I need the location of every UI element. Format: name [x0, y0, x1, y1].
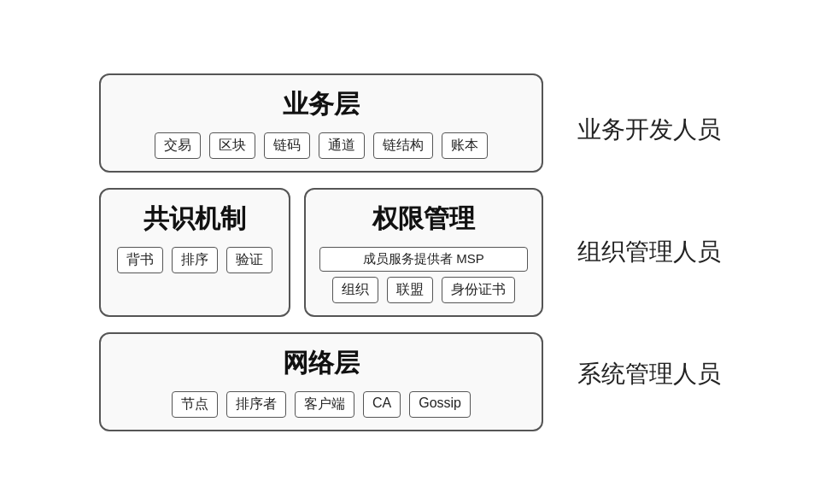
- tag: 验证: [226, 247, 272, 273]
- tag: 账本: [442, 132, 488, 159]
- network-layer-title: 网络层: [118, 346, 524, 381]
- tag: 客户端: [295, 391, 354, 418]
- network-layer-panel: 网络层 节点排序者客户端CAGossip: [99, 332, 543, 431]
- middle-row: 共识机制 背书排序验证 权限管理 成员服务提供者 MSP 组织联盟身份证书: [99, 188, 543, 317]
- tag: 链码: [264, 132, 310, 159]
- tag: 交易: [155, 132, 201, 159]
- tag: 组织: [332, 277, 378, 303]
- network-layer-items: 节点排序者客户端CAGossip: [118, 391, 524, 418]
- tag: Gossip: [409, 391, 471, 418]
- right-column: 业务开发人员 组织管理人员 系统管理人员: [577, 68, 721, 436]
- tag: CA: [363, 391, 401, 418]
- main-container: 业务层 交易区块链码通道链结构账本 共识机制 背书排序验证 权限管理 成员服务提…: [82, 51, 738, 453]
- tag: 区块: [209, 132, 255, 159]
- tag: 排序者: [226, 391, 286, 418]
- left-column: 业务层 交易区块链码通道链结构账本 共识机制 背书排序验证 权限管理 成员服务提…: [99, 73, 543, 431]
- business-layer-title: 业务层: [118, 87, 524, 122]
- system-role-label: 系统管理人员: [577, 314, 721, 436]
- tag: 联盟: [387, 277, 433, 303]
- business-layer-items: 交易区块链码通道链结构账本: [118, 132, 524, 159]
- tag: 链结构: [373, 132, 433, 159]
- access-items: 组织联盟身份证书: [319, 277, 528, 303]
- business-layer-panel: 业务层 交易区块链码通道链结构账本: [99, 73, 543, 173]
- tag: 身份证书: [442, 277, 515, 303]
- tag: 背书: [117, 247, 163, 273]
- business-role-label: 业务开发人员: [577, 68, 721, 190]
- access-title: 权限管理: [319, 202, 528, 237]
- tag: 节点: [172, 391, 218, 418]
- org-role-label: 组织管理人员: [577, 190, 721, 313]
- tag: 通道: [319, 132, 365, 159]
- consensus-items: 背书排序验证: [114, 247, 275, 273]
- consensus-title: 共识机制: [114, 202, 275, 237]
- tag: 排序: [172, 247, 218, 273]
- access-panel: 权限管理 成员服务提供者 MSP 组织联盟身份证书: [304, 188, 543, 317]
- access-wide-tag: 成员服务提供者 MSP: [319, 247, 528, 272]
- consensus-panel: 共识机制 背书排序验证: [99, 188, 290, 317]
